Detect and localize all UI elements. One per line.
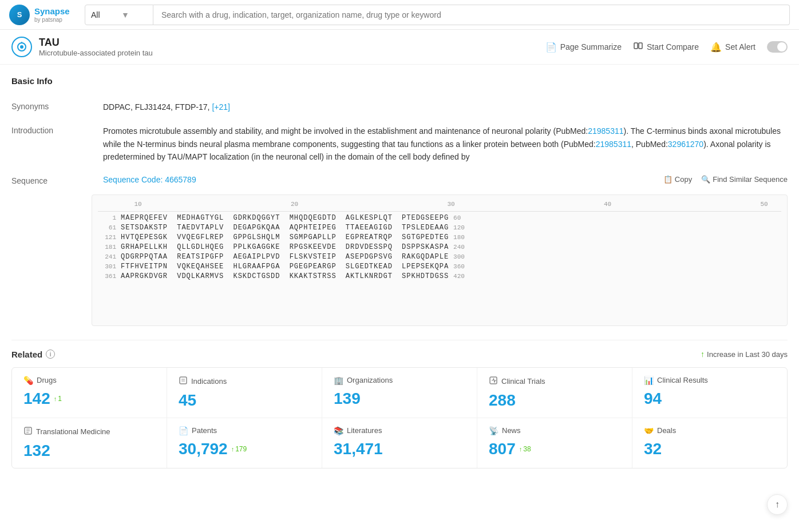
seq-data-181: GRHAPELLKH QLLGDLHQEG PPLKGAGGKE RPGSKEE… bbox=[121, 243, 449, 251]
find-similar-icon: 🔍 bbox=[701, 175, 710, 184]
seq-num-121: 121 bbox=[98, 234, 121, 241]
seq-line-1: 1 MAEPRQEFEV MEDHAGTYGL GDRKDQGGYT MHQDQ… bbox=[98, 214, 781, 222]
page-summarize-button[interactable]: 📄 Page Summarize bbox=[545, 42, 622, 53]
seq-endnum-61: 120 bbox=[453, 224, 465, 231]
card-clinical-trials[interactable]: Clinical Trials 288 bbox=[477, 368, 632, 418]
card-patents[interactable]: 📄 Patents 30,792 ↑ 179 bbox=[167, 418, 322, 468]
translational-count: 132 bbox=[23, 442, 50, 460]
card-drugs[interactable]: 💊 Drugs 142 ↑ 1 bbox=[12, 368, 167, 418]
intro-text-1: Promotes microtubule assembly and stabil… bbox=[103, 126, 588, 136]
ruler-40: 40 bbox=[591, 201, 625, 208]
card-clinical-results[interactable]: 📊 Clinical Results 94 bbox=[632, 368, 787, 418]
seq-data-1: MAEPRQEFEV MEDHAGTYGL GDRKDQGGYT MHQDQEG… bbox=[121, 214, 449, 222]
deals-icon: 🤝 bbox=[644, 426, 654, 435]
deals-text: Deals bbox=[657, 426, 676, 435]
logo: S Synapse by patsnap bbox=[9, 5, 78, 25]
news-icon: 📡 bbox=[489, 426, 499, 435]
related-header: Related i ↑ Increase in Last 30 days bbox=[11, 350, 788, 359]
card-literatures[interactable]: 📚 Literatures 31,471 bbox=[322, 418, 477, 468]
sequence-actions: 📋 Copy 🔍 Find Similar Sequence bbox=[663, 175, 788, 184]
ruler-30: 30 bbox=[434, 201, 468, 208]
sequence-code-link[interactable]: Sequence Code: 4665789 bbox=[103, 175, 196, 184]
related-info-icon[interactable]: i bbox=[46, 350, 55, 359]
card-organizations[interactable]: 🏢 Organizations 139 bbox=[322, 368, 477, 418]
logo-name: Synapse bbox=[34, 6, 70, 17]
patents-label: 📄 Patents bbox=[179, 426, 310, 435]
drugs-value: 142 ↑ 1 bbox=[23, 390, 155, 408]
copy-button[interactable]: 📋 Copy bbox=[663, 175, 692, 184]
seq-num-301: 301 bbox=[98, 263, 121, 270]
seq-line-61: 61 SETSDAKSTP TAEDVTAPLV DEGAPGKQAA AQPH… bbox=[98, 224, 781, 232]
news-count: 807 bbox=[489, 440, 516, 458]
entity-actions: 📄 Page Summarize Start Compare 🔔 Set Ale… bbox=[545, 41, 788, 53]
related-label: Related bbox=[11, 350, 42, 359]
introduction-row: Introduction Promotes microtubule assemb… bbox=[11, 119, 788, 169]
card-deals[interactable]: 🤝 Deals 32 bbox=[632, 418, 787, 468]
patents-text: Patents bbox=[192, 426, 217, 435]
chevron-down-icon: ▼ bbox=[121, 10, 147, 19]
introduction-label: Introduction bbox=[11, 125, 92, 163]
seq-data-61: SETSDAKSTP TAEDVTAPLV DEGAPGKQAA AQPHTEI… bbox=[121, 224, 449, 232]
news-text: News bbox=[502, 426, 521, 435]
indications-text: Indications bbox=[191, 377, 227, 386]
literatures-count: 31,471 bbox=[334, 440, 383, 458]
pubmed3-link[interactable]: 32961270 bbox=[668, 140, 703, 149]
organizations-value: 139 bbox=[334, 390, 465, 408]
entity-name: TAU bbox=[39, 37, 545, 49]
clinical-trials-text: Clinical Trials bbox=[501, 377, 545, 386]
pubmed1-link[interactable]: 21985311 bbox=[588, 126, 623, 136]
seq-num-61: 61 bbox=[98, 224, 121, 231]
logo-text: Synapse by patsnap bbox=[34, 6, 70, 23]
svg-point-1 bbox=[20, 45, 23, 49]
literatures-icon: 📚 bbox=[334, 426, 343, 435]
find-similar-label: Find Similar Sequence bbox=[713, 175, 788, 184]
seq-endnum-301: 360 bbox=[453, 263, 465, 270]
news-badge-arrow: ↑ bbox=[519, 446, 523, 452]
card-translational[interactable]: Translational Medicine 132 bbox=[12, 418, 167, 468]
entity-subtitle: Microtubule-associated protein tau bbox=[39, 49, 545, 57]
sequence-box[interactable]: 10 20 30 40 50 1 MAEPRQEFEV MEDHAGTYGL G… bbox=[92, 194, 788, 326]
svg-rect-5 bbox=[180, 377, 187, 384]
indications-icon bbox=[179, 376, 188, 387]
entity-icon bbox=[11, 37, 32, 57]
translational-icon bbox=[23, 426, 33, 437]
translational-label: Translational Medicine bbox=[23, 426, 155, 437]
logo-sub: by patsnap bbox=[34, 17, 70, 23]
deals-count: 32 bbox=[644, 440, 662, 458]
clinical-results-value: 94 bbox=[644, 390, 776, 408]
search-container: All ▼ bbox=[85, 5, 790, 25]
set-alert-button[interactable]: 🔔 Set Alert bbox=[710, 42, 756, 53]
seq-endnum-1: 60 bbox=[453, 215, 461, 221]
literatures-value: 31,471 bbox=[334, 440, 465, 458]
related-title: Related i bbox=[11, 350, 55, 359]
card-indications[interactable]: Indications 45 bbox=[167, 368, 322, 418]
copy-label: Copy bbox=[675, 175, 692, 184]
search-type-dropdown[interactable]: All ▼ bbox=[85, 5, 153, 25]
seq-line-361: 361 AAPRGKDVGR VDQLKARMVS KSKDCTGSDD KKA… bbox=[98, 272, 781, 280]
alert-toggle[interactable] bbox=[767, 41, 788, 53]
drugs-label: 💊 Drugs bbox=[23, 376, 155, 385]
clinical-results-count: 94 bbox=[644, 390, 662, 408]
top-bar: S Synapse by patsnap All ▼ bbox=[0, 0, 799, 30]
sequence-label: Sequence bbox=[11, 175, 92, 185]
news-label: 📡 News bbox=[489, 426, 620, 435]
start-compare-button[interactable]: Start Compare bbox=[633, 41, 699, 53]
sequence-row: Sequence Sequence Code: 4665789 📋 Copy 🔍… bbox=[11, 169, 788, 194]
increase-label: ↑ Increase in Last 30 days bbox=[701, 350, 788, 359]
patents-badge-count: 179 bbox=[235, 445, 247, 453]
translational-value: 132 bbox=[23, 442, 155, 460]
ruler-20: 20 bbox=[278, 201, 312, 208]
search-input[interactable] bbox=[153, 5, 790, 25]
seq-data-241: QDGRPPQTAA REATSIPGFP AEGAIPLPVD FLSKVST… bbox=[121, 253, 449, 261]
drugs-icon: 💊 bbox=[23, 376, 33, 385]
card-news[interactable]: 📡 News 807 ↑ 38 bbox=[477, 418, 632, 468]
cards-row-1: 💊 Drugs 142 ↑ 1 bbox=[12, 368, 787, 418]
page-summarize-label: Page Summarize bbox=[560, 42, 622, 51]
seq-endnum-241: 300 bbox=[453, 253, 465, 260]
synonyms-more-link[interactable]: [+21] bbox=[212, 102, 230, 112]
seq-line-301: 301 FTFHVEITPN VQKEQAHSEE HLGRAAFPGA PGE… bbox=[98, 263, 781, 271]
main-content: Basic Info Synonyms DDPAC, FLJ31424, FTD… bbox=[0, 65, 799, 480]
related-cards: 💊 Drugs 142 ↑ 1 bbox=[11, 367, 788, 469]
find-similar-button[interactable]: 🔍 Find Similar Sequence bbox=[701, 175, 788, 184]
pubmed2-link[interactable]: 21985311 bbox=[596, 140, 631, 149]
